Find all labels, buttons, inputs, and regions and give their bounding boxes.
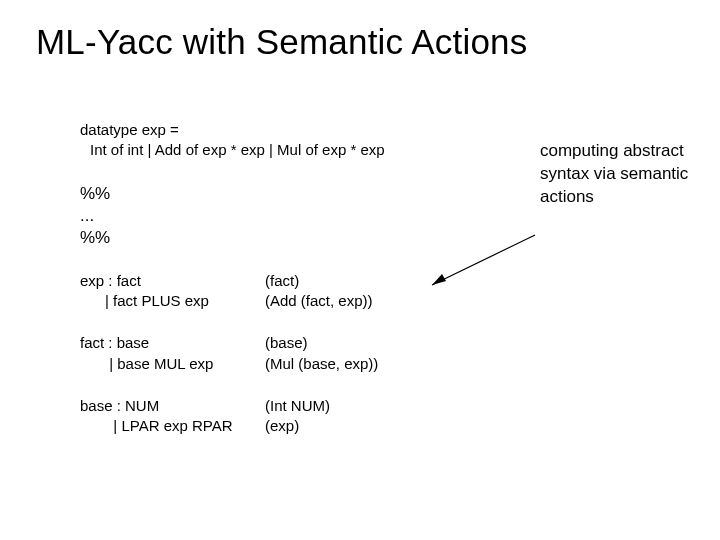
sep-line: %% (80, 183, 385, 205)
sep-line: %% (80, 227, 385, 249)
sep-line: ... (80, 205, 385, 227)
datatype-decl: datatype exp = Int of int | Add of exp *… (80, 120, 385, 161)
rule-right: (fact) (265, 271, 299, 291)
rule-row: | fact PLUS exp (Add (fact, exp)) (80, 291, 385, 311)
rule-right: (Add (fact, exp)) (265, 291, 373, 311)
rule-right: (Mul (base, exp)) (265, 354, 378, 374)
rule-right: (base) (265, 333, 308, 353)
rule-left: base : NUM (80, 396, 265, 416)
rule-row: | LPAR exp RPAR (exp) (80, 416, 385, 436)
arrow-icon (420, 230, 540, 290)
rule-exp: exp : fact (fact) | fact PLUS exp (Add (… (80, 271, 385, 312)
rule-row: | base MUL exp (Mul (base, exp)) (80, 354, 385, 374)
grammar-rules: exp : fact (fact) | fact PLUS exp (Add (… (80, 271, 385, 437)
svg-marker-1 (432, 274, 446, 285)
rule-left: | base MUL exp (80, 354, 265, 374)
rule-row: base : NUM (Int NUM) (80, 396, 385, 416)
datatype-line-2: Int of int | Add of exp * exp | Mul of e… (80, 140, 385, 160)
rule-row: exp : fact (fact) (80, 271, 385, 291)
separator-block: %% ... %% (80, 183, 385, 249)
rule-fact: fact : base (base) | base MUL exp (Mul (… (80, 333, 385, 374)
annotation-note: computing abstract syntax via semantic a… (540, 140, 690, 209)
code-block: datatype exp = Int of int | Add of exp *… (80, 120, 385, 458)
rule-right: (exp) (265, 416, 299, 436)
page-title: ML-Yacc with Semantic Actions (0, 0, 720, 62)
rule-left: exp : fact (80, 271, 265, 291)
rule-right: (Int NUM) (265, 396, 330, 416)
svg-line-0 (432, 235, 535, 285)
rule-base: base : NUM (Int NUM) | LPAR exp RPAR (ex… (80, 396, 385, 437)
rule-left: | LPAR exp RPAR (80, 416, 265, 436)
rule-left: fact : base (80, 333, 265, 353)
rule-row: fact : base (base) (80, 333, 385, 353)
rule-left: | fact PLUS exp (80, 291, 265, 311)
datatype-line-1: datatype exp = (80, 120, 385, 140)
